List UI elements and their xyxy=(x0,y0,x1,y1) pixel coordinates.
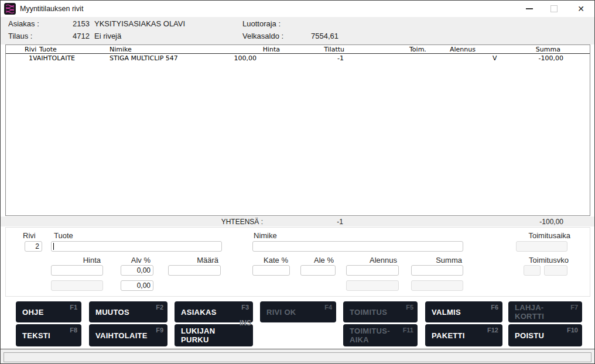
tuote-field[interactable] xyxy=(51,241,222,252)
nimike-field[interactable] xyxy=(252,241,463,252)
toimitus-button: TOIMITUS F5 xyxy=(343,301,418,322)
fkey-label: F9 xyxy=(156,327,163,334)
maximize-button xyxy=(544,1,564,17)
cell-summa: -100,00 xyxy=(539,54,563,62)
toimitusvko-week-field xyxy=(524,265,541,276)
fkey-label: F1 xyxy=(70,304,77,311)
button-label: MUUTOS xyxy=(95,308,129,317)
close-button[interactable]: ✕ xyxy=(571,1,591,17)
hinta-field[interactable] xyxy=(51,265,103,276)
col-tuote: Tuote xyxy=(39,46,57,53)
maximize-icon xyxy=(550,5,558,12)
velkasaldo-value: 7554,61 xyxy=(282,32,338,40)
kate-label: Kate % xyxy=(264,256,288,265)
button-label: VAIHTOLAITE xyxy=(95,331,148,340)
rivi-field[interactable] xyxy=(25,241,42,252)
cell-flag: V xyxy=(493,54,497,62)
cell-tilattu: -1 xyxy=(337,54,344,62)
fkey-label: F5 xyxy=(406,304,413,311)
col-hinta: Hinta xyxy=(263,46,280,53)
rivi-ok-button: RIVI OK F4 xyxy=(260,301,336,322)
summa-field[interactable] xyxy=(411,265,463,276)
ale-field[interactable] xyxy=(300,265,336,276)
order-header: Asiakas : 2153 YKSITYISASIAKAS OLAVI Til… xyxy=(1,17,594,44)
tilaus-number: 4712 xyxy=(59,32,90,40)
order-rows-table: Rivi Tuote Nimike Hinta Tilattu Toim. Al… xyxy=(5,44,590,216)
col-nimike: Nimike xyxy=(110,46,132,53)
totals-summa: -100,00 xyxy=(539,218,563,226)
close-icon: ✕ xyxy=(577,5,584,13)
rivi-label: Rivi xyxy=(23,231,36,240)
fkey-label: F6 xyxy=(491,304,498,311)
col-alennus: Alennus xyxy=(450,46,476,53)
alv-field[interactable] xyxy=(121,265,153,276)
lahjakortti-button: LAHJA- KORTTI F7 xyxy=(508,301,582,322)
col-tilattu: Tilattu xyxy=(324,46,344,53)
status-message-panel xyxy=(4,352,591,362)
summa-secondary-field xyxy=(411,280,463,291)
velkasaldo-label: Velkasaldo : xyxy=(242,32,283,40)
totals-bar: YHTEENSÄ : -1 -100,00 xyxy=(1,217,594,226)
ohje-button[interactable]: OHJE F1 xyxy=(16,301,81,322)
button-label: PAKETTI xyxy=(432,331,465,340)
kate-field[interactable] xyxy=(252,265,290,276)
fkey-label: F10 xyxy=(567,327,578,334)
button-label: ASIAKAS xyxy=(181,308,217,317)
button-label: VALMIS xyxy=(432,308,461,317)
teksti-button[interactable]: TEKSTI F8 xyxy=(16,324,81,346)
toimitusaika-field xyxy=(516,241,567,252)
col-summa: Summa xyxy=(536,46,560,53)
paketti-button[interactable]: PAKETTI F12 xyxy=(425,324,502,346)
button-label: POISTU xyxy=(515,331,544,340)
maara-label: Määrä xyxy=(197,256,218,265)
ale-label: Ale % xyxy=(314,256,334,265)
cell-nimike: STIGA MULTICLIP 547 xyxy=(110,54,178,62)
asiakas-number: 2153 xyxy=(59,19,90,28)
col-rivi: Rivi xyxy=(25,46,36,53)
button-label: TOIMITUS xyxy=(350,308,387,317)
app-logo-icon[interactable] xyxy=(4,3,16,15)
toimitusaika-button: TOIMITUS- AIKA F11 xyxy=(343,324,418,346)
app-window: Myyntitilauksen rivit ✕ Asiakas : 2153 Y… xyxy=(0,0,595,364)
status-bar xyxy=(1,350,594,364)
tilaus-note: Ei rivejä xyxy=(94,32,121,40)
fkey-label: F7 xyxy=(570,304,578,311)
cell-tuote: VAIHTOLAITE xyxy=(33,54,75,62)
button-label: OHJE xyxy=(22,308,44,317)
alennus-label: Alennus xyxy=(370,256,397,265)
muutos-button[interactable]: MUUTOS F2 xyxy=(89,301,167,322)
toimitusvko-label: Toimitusvko xyxy=(529,256,569,265)
valmis-button[interactable]: VALMIS F6 xyxy=(425,301,502,322)
fkey-label: F12 xyxy=(487,327,498,334)
cell-hinta: 100,00 xyxy=(234,54,257,62)
poistu-button[interactable]: POISTU F10 xyxy=(508,324,582,346)
window-title: Myyntitilauksen rivit xyxy=(20,5,83,13)
button-label: LAHJA- KORTTI xyxy=(515,303,544,321)
hinta-label: Hinta xyxy=(83,256,101,265)
fkey-label: F4 xyxy=(324,304,332,311)
alv-label: Alv % xyxy=(131,256,151,265)
fkey-label: F11 xyxy=(403,327,413,334)
tilaus-label: Tilaus : xyxy=(8,32,32,40)
button-label: TOIMITUS- AIKA xyxy=(350,327,390,344)
minimize-button[interactable] xyxy=(519,1,539,17)
minimize-icon xyxy=(526,8,533,9)
asiakas-label: Asiakas : xyxy=(8,19,39,28)
col-toim: Toim. xyxy=(409,46,426,53)
nimike-label: Nimike xyxy=(254,231,277,240)
tuote-label: Tuote xyxy=(54,231,73,240)
lukijan-purku-button[interactable]: LUKIJAN PURKU INS xyxy=(175,324,253,346)
cell-rivi: 1 xyxy=(27,54,33,62)
totals-label: YHTEENSÄ : xyxy=(221,218,263,226)
alv-secondary-field[interactable] xyxy=(121,280,153,291)
fkey-label: F3 xyxy=(241,304,249,311)
hinta-secondary-field xyxy=(51,280,103,291)
fkey-label: F2 xyxy=(156,304,163,311)
luottoraja-label: Luottoraja : xyxy=(242,19,281,28)
toimitusaika-label: Toimitusaika xyxy=(528,231,570,240)
table-header-row: Rivi Tuote Nimike Hinta Tilattu Toim. Al… xyxy=(6,45,590,54)
vaihtolaite-button[interactable]: VAIHTOLAITE F9 xyxy=(89,324,167,346)
alennus-field[interactable] xyxy=(346,265,399,276)
text-caret xyxy=(53,243,54,250)
maara-field[interactable] xyxy=(168,265,221,276)
